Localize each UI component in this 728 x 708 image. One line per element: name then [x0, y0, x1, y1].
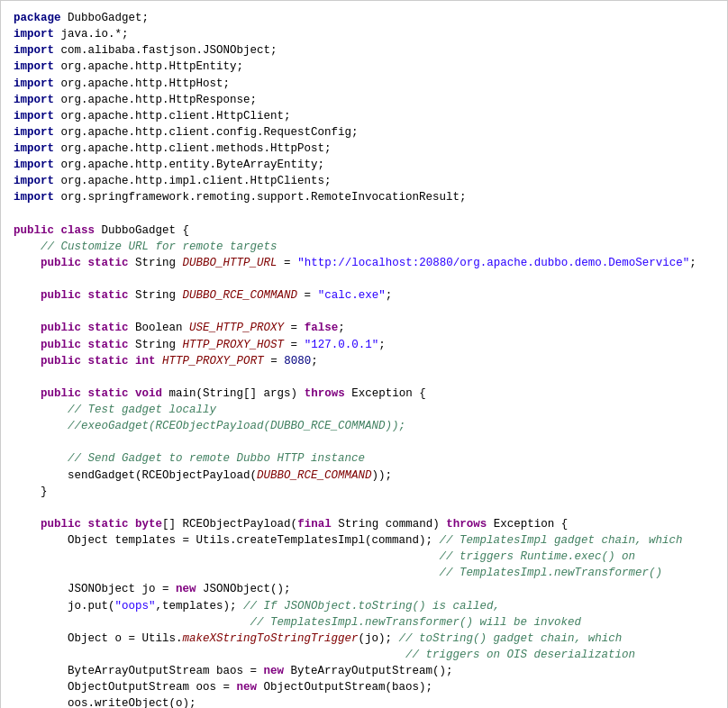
code-block: package DubboGadget; import java.io.*; i… [14, 10, 714, 708]
code-container: package DubboGadget; import java.io.*; i… [0, 0, 728, 708]
